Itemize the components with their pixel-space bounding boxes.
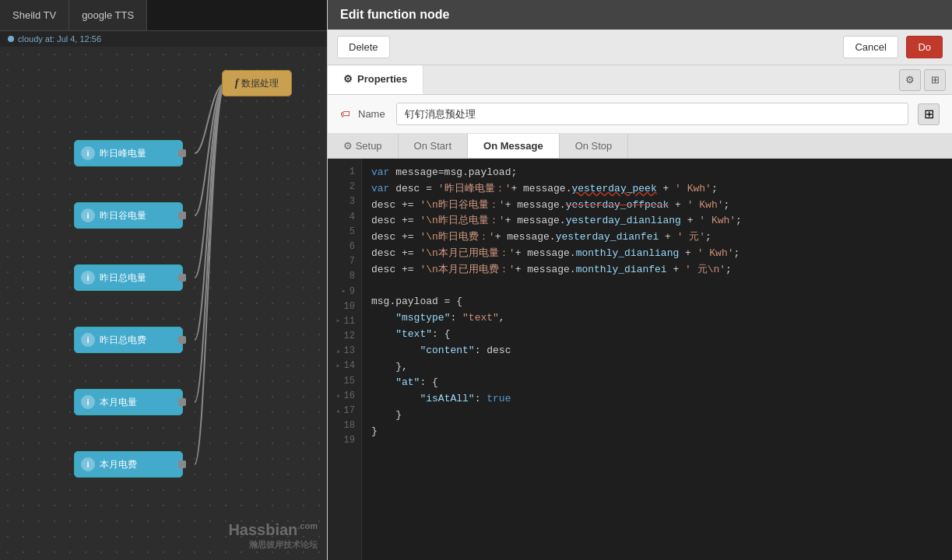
code-line-16: } [371, 408, 952, 424]
input-node-4[interactable]: i 昨日总电费 [74, 327, 183, 353]
tab-bar: Sheild TV google TTS [0, 0, 327, 31]
code-line-2: var desc = '昨日峰电量：'+ message.yesterday_p… [371, 181, 952, 198]
settings-icon-btn[interactable]: ⚙ [899, 69, 921, 91]
ln-18: 18 [328, 418, 361, 433]
edit-function-panel: Edit function node Delete Cancel Do ⚙ Pr… [327, 0, 952, 560]
node-row-5: i 本月电量 [74, 389, 183, 415]
name-input[interactable] [396, 103, 908, 125]
code-line-18 [371, 440, 952, 457]
port-right-2 [178, 212, 186, 219]
input-node-1[interactable]: i 昨日峰电量 [74, 140, 183, 166]
node-label-2: 昨日谷电量 [100, 209, 146, 222]
status-text: cloudy at: Jul 4, 12:56 [18, 34, 101, 44]
tab-setup[interactable]: ⚙ Setup [328, 134, 399, 158]
port-right-5 [178, 398, 186, 406]
dialog-title: Edit function node [340, 8, 449, 22]
tab-on-stop[interactable]: On Stop [560, 134, 629, 158]
node-row-4: i 昨日总电费 [74, 327, 183, 353]
tab-properties-label: Properties [357, 73, 407, 85]
tab-sheild-tv[interactable]: Sheild TV [0, 0, 69, 30]
code-line-6: desc += '\n本月已用电量：'+ message.monthly_dia… [371, 246, 952, 262]
gear-icon-properties: ⚙ [343, 73, 353, 85]
code-line-12: "content": desc [371, 343, 952, 359]
input-node-3[interactable]: i 昨日总电量 [74, 264, 183, 291]
port-right-4 [178, 336, 186, 344]
cancel-button[interactable]: Cancel [843, 36, 898, 58]
node-label-6: 本月电费 [100, 458, 137, 471]
name-input-extra-icon[interactable]: ⊞ [918, 103, 940, 125]
tag-icon: 🏷 [340, 108, 350, 120]
status-dot [8, 36, 14, 42]
info-dot-4: i [81, 333, 95, 347]
info-dot-5: i [81, 395, 95, 409]
info-dot-2: i [81, 208, 95, 222]
canvas-area[interactable]: f 数据处理 i 昨日峰电量 i 昨日谷电量 i 昨日总电量 [0, 47, 327, 560]
node-red-canvas: Sheild TV google TTS cloudy at: Jul 4, 1… [0, 0, 327, 560]
tab-google-tts[interactable]: google TTS [69, 0, 147, 30]
code-tabs: ⚙ Setup On Start On Message On Stop [328, 134, 952, 159]
node-label-4: 昨日总电费 [100, 334, 146, 347]
watermark: Hassbian.com 瀚思彼岸技术论坛 [228, 521, 318, 551]
node-row-2: i 昨日谷电量 [74, 202, 183, 229]
code-line-8 [371, 278, 952, 295]
ln-10: 10 [328, 299, 361, 314]
node-label-5: 本月电量 [100, 396, 137, 409]
done-button[interactable]: Do [906, 36, 943, 58]
function-node[interactable]: f 数据处理 [222, 70, 292, 96]
code-line-9: msg.payload = { [371, 294, 952, 310]
input-node-2[interactable]: i 昨日谷电量 [74, 202, 183, 229]
code-editor[interactable]: 1 2 3 4 5 6 7 8 ▸9 10 ▸11 12 ▴13 ▸14 15 … [328, 159, 952, 560]
func-node-label: 数据处理 [241, 77, 279, 90]
node-row-6: i 本月电费 [74, 451, 183, 478]
delete-button[interactable]: Delete [337, 36, 390, 58]
name-row: 🏷 Name ⊞ [328, 95, 952, 134]
ln-14: ▸14 [328, 359, 361, 373]
code-line-17: } [371, 424, 952, 440]
ln-11: ▸11 [328, 314, 361, 329]
tab-on-message-label: On Message [483, 140, 543, 152]
tab-on-start[interactable]: On Start [399, 134, 468, 158]
code-line-1: var message=msg.payload; [371, 165, 952, 181]
tab-on-message[interactable]: On Message [468, 134, 560, 158]
tab-on-start-label: On Start [414, 140, 451, 152]
ln-12: 12 [328, 329, 361, 344]
code-line-4: desc += '\n昨日总电量：'+ message.yesterday_di… [371, 213, 952, 229]
watermark-text: Hassbian [228, 521, 297, 538]
node-label-3: 昨日总电量 [100, 271, 146, 285]
node-row-3: i 昨日总电量 [74, 264, 183, 291]
tab-properties[interactable]: ⚙ Properties [328, 65, 423, 94]
name-label: 🏷 Name [340, 108, 387, 120]
code-line-14: "at": { [371, 375, 952, 391]
tab-on-stop-label: On Stop [575, 140, 613, 152]
code-line-15: "isAtAll": true [371, 391, 952, 408]
ln-3: 3 [328, 194, 361, 209]
dialog-toolbar: Delete Cancel Do [328, 30, 952, 65]
ln-1: 1 [328, 165, 361, 180]
dialog-header: Edit function node [328, 0, 952, 30]
code-content: var message=msg.payload; var desc = '昨日峰… [362, 159, 952, 560]
ln-19: 19 [328, 433, 361, 448]
info-dot-6: i [81, 457, 95, 471]
code-line-5: desc += '\n昨日电费：'+ message.yesterday_dia… [371, 229, 952, 246]
function-icon: f [235, 77, 239, 89]
code-line-7: desc += '\n本月已用电费：'+ message.monthly_dia… [371, 262, 952, 278]
status-bar: cloudy at: Jul 4, 12:56 [0, 31, 327, 47]
line-numbers: 1 2 3 4 5 6 7 8 ▸9 10 ▸11 12 ▴13 ▸14 15 … [328, 159, 362, 560]
code-line-10: "msgtype": "text", [371, 310, 952, 327]
input-node-6[interactable]: i 本月电费 [74, 451, 183, 478]
node-row-1: i 昨日峰电量 [74, 140, 183, 166]
ln-2: 2 [328, 180, 361, 194]
ln-17: ▴17 [328, 404, 361, 418]
watermark-sup: .com [297, 521, 318, 530]
ln-5: 5 [328, 225, 361, 240]
ln-16: ▴16 [328, 389, 361, 404]
input-node-5[interactable]: i 本月电量 [74, 389, 183, 415]
expand-icon-btn[interactable]: ⊞ [924, 69, 946, 91]
ln-7: 7 [328, 254, 361, 269]
info-dot-3: i [81, 271, 95, 285]
node-label-1: 昨日峰电量 [100, 147, 146, 160]
watermark-sub: 瀚思彼岸技术论坛 [228, 539, 318, 551]
ln-4: 4 [328, 210, 361, 225]
name-label-text: Name [358, 108, 385, 120]
tab-setup-label: Setup [356, 140, 382, 152]
